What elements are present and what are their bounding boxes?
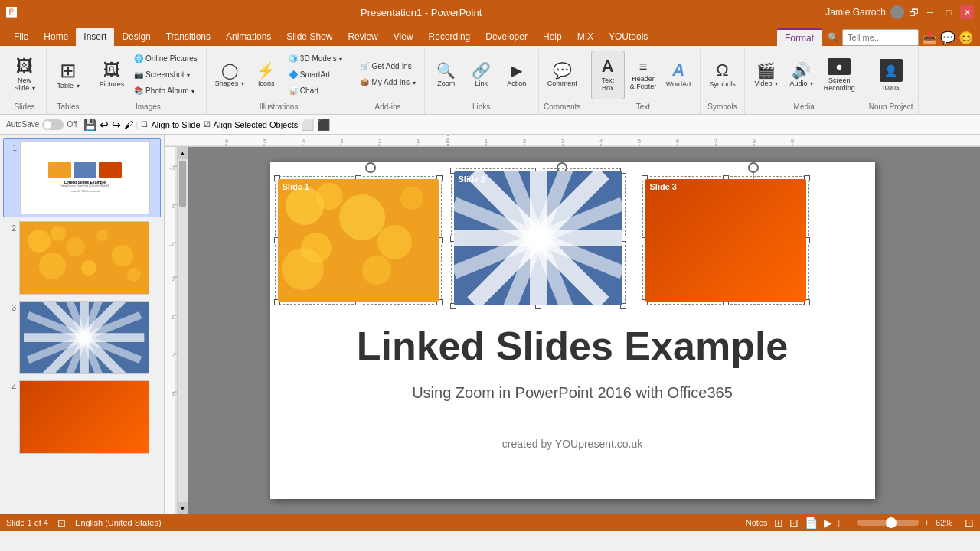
zoom-slider[interactable] — [858, 520, 919, 526]
tab-home[interactable]: Home — [36, 28, 76, 46]
screen-recording-button[interactable]: ⏺ ScreenRecording — [820, 51, 859, 99]
tab-youtools[interactable]: YOUtools — [601, 28, 655, 46]
tab-view[interactable]: View — [386, 28, 421, 46]
slide-canvas: Slide 1 — [270, 162, 875, 499]
slide-num-3: 3 — [5, 301, 16, 312]
slide-sorter-icon[interactable]: ⊡ — [789, 517, 799, 529]
svg-text:3: 3 — [561, 138, 565, 145]
pictures-button[interactable]: 🖼 Pictures — [95, 51, 129, 99]
smartart-button[interactable]: 🔷 SmartArt — [285, 67, 347, 82]
fit-slide-icon[interactable]: ⊡ — [965, 517, 974, 529]
tab-mix[interactable]: MIX — [570, 28, 601, 46]
action-button[interactable]: ▶ Action — [500, 51, 534, 99]
share-icon[interactable]: 📤 — [922, 31, 937, 45]
chart-button[interactable]: 📊 Chart — [285, 83, 347, 98]
normal-view-icon[interactable]: ⊞ — [774, 517, 783, 529]
slide-subtitle: Using Zoom in PowerPoint 2016 with Offic… — [270, 384, 875, 402]
screenshot-button[interactable]: 📷 Screenshot ▾ — [130, 67, 201, 82]
tab-help[interactable]: Help — [535, 28, 570, 46]
svg-text:7: 7 — [714, 138, 718, 145]
shapes-button[interactable]: ◯ Shapes ▾ — [211, 51, 248, 99]
tab-transitions[interactable]: Transitions — [158, 28, 218, 46]
tab-file[interactable]: File — [6, 28, 36, 46]
3d-models-button[interactable]: 🧊 3D Models ▾ — [285, 51, 347, 66]
tab-format[interactable]: Format — [777, 28, 822, 46]
rotate-handle-3[interactable] — [748, 162, 759, 173]
zoom-level[interactable]: 62% — [936, 518, 959, 527]
scroll-up-button[interactable]: ▲ — [178, 147, 188, 159]
wordart-button[interactable]: A WordArt — [662, 51, 695, 99]
status-left: Slide 1 of 4 ⊡ English (United States) — [6, 517, 162, 529]
zoom-box-3[interactable]: Slide 3 — [645, 179, 806, 302]
align-checkbox-2[interactable]: ☑ — [204, 120, 211, 129]
save-icon[interactable]: 💾 — [83, 119, 96, 131]
search-input[interactable] — [842, 29, 919, 46]
distribute-icon[interactable]: ⬛ — [317, 119, 330, 131]
zoom-slider-thumb[interactable] — [886, 517, 897, 528]
comment-icon[interactable]: 💬 — [940, 31, 956, 45]
comment-button[interactable]: 💬 Comment — [544, 51, 581, 99]
restore-icon[interactable]: 🗗 — [909, 7, 919, 18]
slide-thumbnail-4[interactable]: 4 — [3, 378, 161, 456]
zoom-box-1[interactable]: Slide 1 — [278, 179, 439, 302]
smiley-icon[interactable]: 😊 — [959, 31, 974, 45]
table-button[interactable]: ⊞ Table ▾ — [51, 51, 85, 99]
minimize-button[interactable]: ─ — [923, 5, 937, 19]
new-slide-button[interactable]: 🖼 NewSlide ▾ — [8, 51, 41, 99]
video-button[interactable]: 🎬 Video ▾ — [750, 51, 783, 99]
zoom-in-icon[interactable]: + — [925, 518, 929, 527]
undo-icon[interactable]: ↩ — [100, 119, 109, 131]
photo-album-button[interactable]: 📚 Photo Album ▾ — [130, 83, 201, 98]
slide-panel: 1 Linked Slides Example Using Zoom in Po… — [0, 135, 165, 514]
header-footer-button[interactable]: ≡ Header& Footer — [626, 51, 661, 99]
slideshow-icon[interactable]: ▶ — [824, 517, 832, 529]
get-addins-button[interactable]: 🛒 Get Add-ins — [356, 58, 419, 73]
zoom-box-2[interactable]: Slide 2 — [454, 171, 622, 305]
reading-view-icon[interactable]: 📄 — [805, 517, 818, 529]
tab-animations[interactable]: Animations — [218, 28, 279, 46]
online-pictures-icon: 🌐 — [134, 54, 143, 63]
notes-button[interactable]: Notes — [746, 518, 768, 527]
tab-recording[interactable]: Recording — [421, 28, 479, 46]
my-addins-button[interactable]: 📦 My Add-ins ▾ — [356, 74, 419, 90]
tab-developer[interactable]: Developer — [478, 28, 535, 46]
autosave-label: AutoSave — [6, 120, 39, 129]
rotate-handle-1[interactable] — [365, 162, 376, 173]
slide-thumbnail-1[interactable]: 1 Linked Slides Example Using Zoom in Po… — [3, 138, 161, 217]
vertical-ruler: -3 -2 -1 0 1 2 3 — [165, 147, 177, 514]
icons-button[interactable]: ⚡ Icons — [250, 51, 283, 99]
slide-thumbnail-2[interactable]: 2 — [3, 219, 161, 297]
autosave-state: Off — [67, 120, 77, 129]
scroll-thumb[interactable] — [179, 161, 186, 207]
svg-text:9: 9 — [791, 138, 795, 145]
svg-text:6: 6 — [676, 138, 680, 145]
tab-review[interactable]: Review — [340, 28, 385, 46]
link-button[interactable]: 🔗 Link — [465, 51, 498, 99]
ribbon-tabs: File Home Insert Design Transitions Anim… — [0, 24, 980, 46]
vertical-scrollbar[interactable]: ▲ ▼ — [177, 147, 188, 514]
audio-button[interactable]: 🔊 Audio ▾ — [785, 51, 818, 99]
noun-icons-button[interactable]: 👤 Icons — [874, 51, 908, 99]
textbox-button[interactable]: A TextBox — [591, 51, 625, 99]
photo-album-icon: 📚 — [134, 86, 143, 95]
canvas-wrapper: -6 -5 -4 -3 -2 -1 0 1 2 3 4 5 6 7 8 9 — [165, 135, 980, 514]
symbols-button[interactable]: Ω Symbols — [705, 51, 740, 99]
zoom-button[interactable]: 🔍 Zoom — [430, 51, 463, 99]
autosave-toggle[interactable] — [42, 119, 64, 130]
canvas-area: -3 -2 -1 0 1 2 3 — [165, 147, 980, 514]
close-button[interactable]: ✕ — [960, 5, 974, 19]
svg-text:-5: -5 — [261, 138, 267, 145]
slide-thumbnail-3[interactable]: 3 — [3, 298, 161, 377]
svg-text:2: 2 — [172, 352, 175, 359]
redo-icon[interactable]: ↪ — [112, 119, 121, 131]
tab-design[interactable]: Design — [114, 28, 158, 46]
zoom-out-icon[interactable]: − — [846, 518, 851, 527]
maximize-button[interactable]: □ — [942, 5, 956, 19]
format-painter-icon[interactable]: 🖌 — [124, 119, 133, 130]
scroll-down-button[interactable]: ▼ — [178, 502, 188, 514]
align-checkbox-1[interactable]: ☐ — [141, 120, 148, 129]
tab-insert[interactable]: Insert — [76, 28, 114, 46]
online-pictures-button[interactable]: 🌐 Online Pictures — [130, 51, 201, 66]
align-tool-icon[interactable]: ⬜ — [301, 119, 314, 131]
tab-slideshow[interactable]: Slide Show — [279, 28, 340, 46]
